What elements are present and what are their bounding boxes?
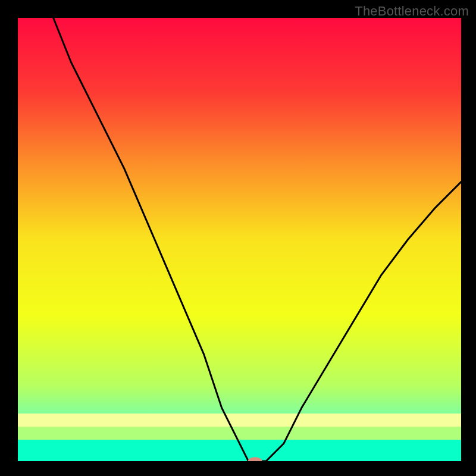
band-bottom bbox=[18, 427, 461, 440]
chart-frame: TheBottleneck.com bbox=[0, 0, 476, 476]
plot-background bbox=[18, 18, 461, 461]
band-top bbox=[18, 414, 461, 427]
bottleneck-plot bbox=[18, 18, 461, 461]
watermark-text: TheBottleneck.com bbox=[355, 4, 469, 19]
